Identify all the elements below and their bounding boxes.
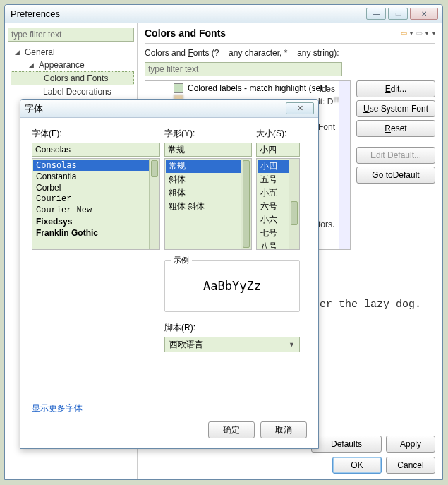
tree-item-general[interactable]: ◢General bbox=[11, 46, 134, 59]
back-icon[interactable]: ⇦ bbox=[399, 28, 408, 38]
list-item[interactable]: 粗体 斜体 bbox=[166, 200, 250, 213]
color-swatch-icon bbox=[174, 83, 183, 93]
close-button[interactable]: ✕ bbox=[410, 8, 438, 20]
expand-icon: ◢ bbox=[29, 61, 36, 68]
view-menu-icon[interactable]: ▾ bbox=[432, 30, 435, 37]
tree-filter-input[interactable] bbox=[8, 28, 134, 42]
use-system-font-button[interactable]: Use System Font bbox=[356, 100, 435, 117]
scrollbar[interactable] bbox=[339, 81, 350, 249]
list-item[interactable]: Consolas bbox=[33, 160, 159, 171]
peek-text: Font bbox=[318, 122, 335, 132]
preview-sample: er the lazy dog. bbox=[320, 299, 421, 311]
size-label: 大小(S): bbox=[256, 128, 300, 140]
list-item[interactable]: Colored labels - match highlight (set t bbox=[147, 83, 349, 94]
reset-button[interactable]: Reset bbox=[356, 120, 435, 137]
titlebar[interactable]: Preferences — ▭ ✕ bbox=[5, 5, 442, 23]
font-size-input[interactable] bbox=[256, 143, 300, 157]
expand-icon: ◢ bbox=[15, 49, 22, 56]
peek-text: tors. bbox=[318, 220, 334, 229]
list-item[interactable]: Courier bbox=[33, 193, 159, 205]
edit-button[interactable]: Edit... bbox=[356, 80, 435, 97]
list-item[interactable]: Corbel bbox=[33, 182, 159, 193]
list-item[interactable]: Constantia bbox=[33, 171, 159, 182]
maximize-button[interactable]: ▭ bbox=[388, 8, 408, 20]
list-item[interactable]: Courier New bbox=[33, 205, 159, 216]
tree-item-label-decorations[interactable]: Label Decorations bbox=[11, 85, 134, 98]
list-item[interactable]: 粗体 bbox=[166, 186, 250, 200]
apply-button[interactable]: Apply bbox=[386, 436, 435, 453]
font-name-input[interactable] bbox=[32, 143, 160, 157]
script-select[interactable]: 西欧语言 ▼ bbox=[164, 337, 300, 352]
font-list[interactable]: Consolas Constantia Corbel Courier Couri… bbox=[32, 158, 160, 250]
font-label: 字体(F): bbox=[32, 128, 160, 140]
list-item[interactable]: Franklin Gothic bbox=[33, 227, 159, 239]
minimize-button[interactable]: — bbox=[366, 8, 386, 20]
font-ok-button[interactable]: 确定 bbox=[208, 421, 255, 438]
cancel-button[interactable]: Cancel bbox=[386, 457, 435, 474]
style-label: 字形(Y): bbox=[164, 128, 252, 140]
peek-text: ides bbox=[320, 84, 335, 94]
edit-default-button[interactable]: Edit Default... bbox=[356, 147, 435, 164]
list-item[interactable]: Fixedsys bbox=[33, 216, 159, 227]
sample-box: 示例 AaBbYyZz bbox=[164, 260, 300, 312]
scrollbar[interactable] bbox=[289, 159, 299, 249]
font-style-input[interactable] bbox=[164, 143, 252, 157]
tree-label: General bbox=[25, 47, 55, 57]
back-menu-icon[interactable]: ▾ bbox=[410, 30, 413, 37]
nav-history: ⇦▾ ⇨▾ ▾ bbox=[399, 28, 435, 38]
chevron-down-icon: ▼ bbox=[289, 341, 295, 348]
font-cancel-button[interactable]: 取消 bbox=[260, 421, 307, 438]
content-filter-input[interactable] bbox=[145, 62, 342, 76]
side-buttons: Edit... Use System Font Reset Edit Defau… bbox=[356, 80, 435, 250]
preferences-tree[interactable]: ◢General ◢Appearance Colors and Fonts La… bbox=[8, 46, 134, 98]
scrollbar[interactable] bbox=[149, 159, 159, 249]
window-controls: — ▭ ✕ bbox=[366, 8, 438, 20]
list-item[interactable]: 斜体 bbox=[166, 173, 250, 186]
go-to-default-button[interactable]: Go to Default bbox=[356, 167, 435, 184]
size-list[interactable]: 小四 五号 小五 六号 小六 七号 八号 bbox=[256, 158, 300, 250]
tree-label: Label Decorations bbox=[43, 87, 111, 97]
sample-text: AaBbYyZz bbox=[165, 261, 299, 311]
tree-label: Colors and Fonts bbox=[44, 73, 108, 83]
sample-label: 示例 bbox=[171, 255, 192, 265]
tree-item-colors-fonts[interactable]: Colors and Fonts bbox=[11, 71, 134, 85]
description-text: Colors and Fonts (? = any character, * =… bbox=[145, 48, 435, 58]
forward-icon[interactable]: ⇨ bbox=[414, 28, 424, 38]
list-item[interactable]: 常规 bbox=[166, 160, 250, 173]
restore-defaults-button[interactable]: Defaults bbox=[311, 436, 382, 453]
font-dialog: 字体 ✕ 字体(F): Consolas Constantia Corbel C… bbox=[20, 99, 319, 449]
peek-text: lt: D bbox=[318, 97, 333, 107]
font-dialog-titlebar[interactable]: 字体 ✕ bbox=[20, 100, 318, 118]
style-list[interactable]: 常规 斜体 粗体 粗体 斜体 bbox=[164, 158, 252, 250]
tree-item-appearance[interactable]: ◢Appearance bbox=[11, 59, 134, 71]
script-label: 脚本(R): bbox=[164, 322, 300, 334]
tree-label: Appearance bbox=[39, 60, 85, 70]
close-icon[interactable]: ✕ bbox=[286, 102, 314, 114]
scrollbar[interactable] bbox=[241, 159, 251, 249]
font-dialog-title: 字体 bbox=[25, 102, 286, 115]
forward-menu-icon[interactable]: ▾ bbox=[425, 30, 428, 37]
show-more-fonts-link[interactable]: 显示更多字体 bbox=[32, 402, 83, 414]
window-title: Preferences bbox=[9, 8, 366, 19]
ok-button[interactable]: OK bbox=[332, 457, 382, 474]
script-value: 西欧语言 bbox=[169, 339, 203, 351]
page-title: Colors and Fonts bbox=[145, 28, 226, 39]
list-item-label: Colored labels - match highlight (set t bbox=[188, 83, 327, 93]
